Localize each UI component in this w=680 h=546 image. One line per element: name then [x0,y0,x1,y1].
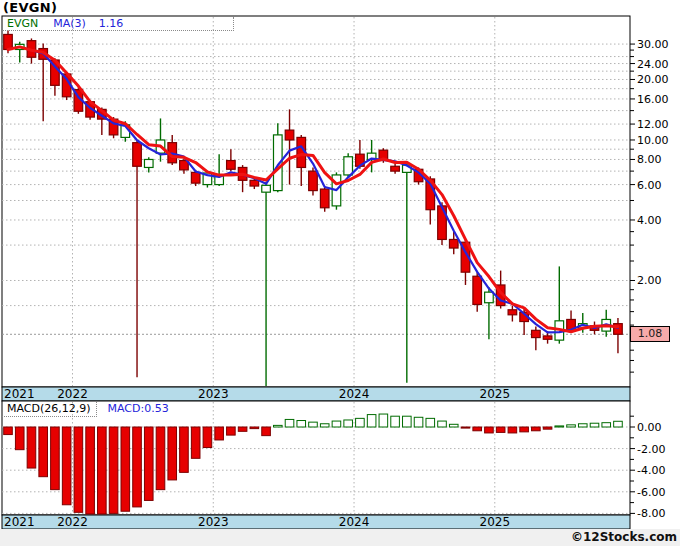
page-title: (EVGN) [3,0,57,15]
svg-text:10.00: 10.00 [637,134,669,147]
svg-text:8.00: 8.00 [637,153,662,166]
macd-axis: 0.00-2.00-4.00-6.00-8.00 [630,416,665,520]
macd-value-label: MACD:0.53 [108,402,169,415]
svg-text:2021: 2021 [4,387,35,401]
svg-text:2022: 2022 [57,515,88,529]
svg-text:24.00: 24.00 [637,58,669,71]
svg-text:-6.00: -6.00 [637,486,665,499]
svg-text:-8.00: -8.00 [637,507,665,520]
svg-text:2025: 2025 [480,515,511,529]
macd-params-label: MACD(26,12,9) [2,402,97,417]
year-band-top [2,387,630,401]
svg-text:-4.00: -4.00 [637,464,665,477]
copyright-strip: ©12Stocks.com [0,529,680,546]
svg-text:12.00: 12.00 [637,118,669,131]
svg-text:30.00: 30.00 [637,38,669,51]
stock-chart-page: 30.0024.0020.0016.0012.0010.008.006.004.… [0,0,680,546]
macd-panel [2,401,630,515]
price-axis: 30.0024.0020.0016.0012.0010.008.006.004.… [630,38,669,372]
svg-text:0.00: 0.00 [637,421,662,434]
svg-text:6.00: 6.00 [637,179,662,192]
svg-text:16.00: 16.00 [637,93,669,106]
svg-text:2025: 2025 [480,387,511,401]
svg-text:4.00: 4.00 [637,214,662,227]
ma-label: MA(3) [53,17,86,30]
svg-text:2021: 2021 [4,515,35,529]
svg-text:20.00: 20.00 [637,73,669,86]
svg-text:2024: 2024 [339,387,370,401]
price-chart-svg: 30.0024.0020.0016.0012.0010.008.006.004.… [0,0,680,546]
svg-text:-2.00: -2.00 [637,443,665,456]
svg-text:2023: 2023 [198,515,229,529]
copyright-text: ©12Stocks.com [571,530,677,544]
svg-text:2.00: 2.00 [637,274,662,287]
macd-legend: MACD(26,12,9)MACD:0.53 [2,402,169,417]
svg-text:2022: 2022 [57,387,88,401]
year-band-bottom [2,515,630,529]
symbol-label: EVGN [7,17,38,30]
last-price-tag: 1.08 [630,326,670,342]
ma-value: 1.16 [99,17,124,30]
svg-text:2024: 2024 [339,515,370,529]
svg-text:2023: 2023 [198,387,229,401]
main-chart-legend: EVGNMA(3)1.16 [2,17,234,31]
